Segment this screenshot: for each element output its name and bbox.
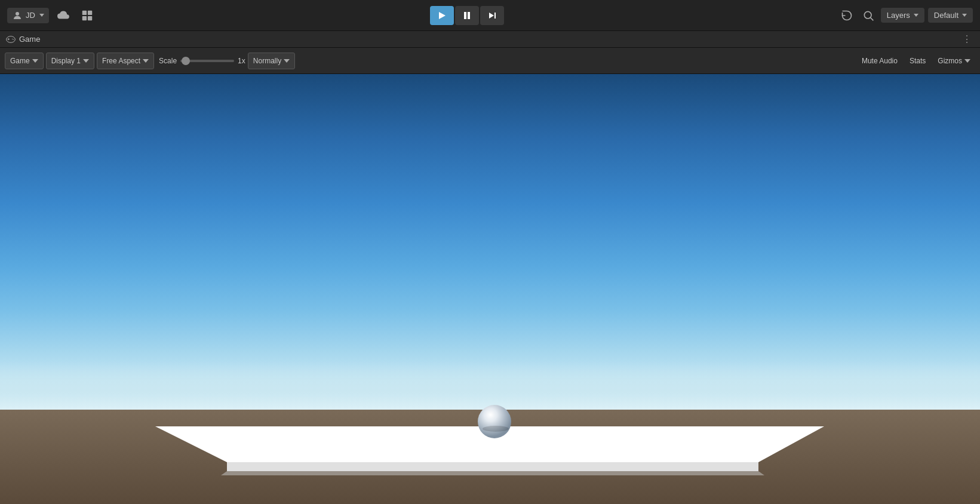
display-chevron-icon	[83, 58, 89, 64]
svg-marker-21	[964, 59, 970, 63]
ground	[0, 410, 980, 504]
aspect-dropdown[interactable]: Free Aspect	[97, 53, 154, 69]
gizmos-button[interactable]: Gizmos	[933, 54, 975, 67]
scale-value: 1x	[238, 57, 245, 65]
svg-point-15	[12, 38, 13, 39]
svg-marker-17	[32, 59, 38, 63]
history-icon	[841, 10, 853, 21]
collab-button[interactable]	[78, 6, 97, 25]
stats-label: Stats	[910, 57, 926, 65]
default-label: Default	[934, 11, 959, 20]
svg-marker-20	[284, 59, 290, 63]
gizmos-label: Gizmos	[938, 57, 962, 65]
user-label: JD	[26, 11, 35, 20]
play-icon	[437, 11, 447, 20]
scale-label: Scale	[159, 57, 177, 65]
svg-rect-3	[82, 16, 87, 20]
svg-point-10	[864, 11, 871, 19]
svg-line-11	[871, 17, 874, 20]
avatar-icon	[12, 10, 23, 21]
svg-point-12	[7, 36, 16, 42]
cloud-icon	[57, 10, 70, 21]
cloud-button[interactable]	[54, 7, 73, 24]
svg-rect-14	[8, 38, 9, 40]
svg-rect-2	[88, 10, 92, 14]
gizmos-chevron-icon	[964, 59, 970, 63]
view-mode-label: Game	[10, 57, 30, 65]
svg-point-16	[13, 39, 14, 39]
scale-slider[interactable]	[180, 60, 234, 62]
view-mode-dropdown[interactable]: Game	[5, 53, 44, 69]
play-controls	[430, 6, 504, 25]
horizon-glow	[0, 362, 980, 410]
search-button[interactable]	[859, 7, 877, 24]
view-chevron-icon	[32, 58, 38, 64]
step-button[interactable]	[480, 6, 504, 25]
display-dropdown[interactable]: Display 1	[46, 53, 94, 69]
svg-rect-7	[468, 12, 470, 19]
history-button[interactable]	[838, 7, 856, 24]
game-tab-label: Game	[19, 35, 40, 44]
play-button[interactable]	[430, 6, 454, 25]
mute-label: Mute Audio	[862, 57, 898, 65]
display-label: Display 1	[51, 57, 81, 65]
svg-marker-18	[83, 59, 89, 63]
layers-label: Layers	[887, 11, 910, 20]
more-options-button[interactable]: ⋮	[960, 33, 974, 45]
svg-point-0	[16, 12, 19, 16]
user-button[interactable]: JD	[7, 8, 49, 23]
game-controller-icon	[6, 35, 16, 44]
svg-marker-5	[439, 12, 446, 19]
pause-button[interactable]	[455, 6, 479, 25]
default-chevron-icon	[962, 14, 967, 17]
mute-audio-button[interactable]: Mute Audio	[857, 54, 902, 67]
normally-chevron-icon	[284, 58, 290, 64]
search-icon	[862, 10, 874, 21]
normally-label: Normally	[253, 57, 281, 65]
svg-rect-6	[464, 12, 466, 19]
aspect-label: Free Aspect	[102, 57, 140, 65]
svg-rect-1	[82, 10, 87, 14]
game-toolbar: Game Display 1 Free Aspect Scale 1x Norm…	[0, 48, 980, 74]
svg-rect-4	[88, 16, 92, 20]
pause-icon	[462, 11, 472, 20]
stats-button[interactable]: Stats	[905, 54, 930, 67]
scale-control: Scale 1x	[159, 57, 245, 65]
normally-dropdown[interactable]: Normally	[248, 53, 295, 69]
layers-chevron-icon	[914, 14, 918, 17]
game-viewport	[0, 74, 980, 504]
default-layout-dropdown[interactable]: Default	[928, 8, 973, 23]
game-tab[interactable]: Game	[6, 35, 40, 44]
svg-marker-8	[489, 13, 494, 19]
game-panel-header: Game ⋮	[0, 31, 980, 48]
svg-rect-9	[494, 13, 496, 19]
top-toolbar: JD	[0, 0, 980, 31]
scale-thumb	[182, 57, 190, 65]
aspect-chevron-icon	[143, 58, 149, 64]
svg-marker-19	[143, 59, 149, 63]
step-icon	[487, 11, 497, 20]
layers-dropdown[interactable]: Layers	[881, 8, 924, 23]
right-controls: Layers Default	[838, 7, 973, 24]
chevron-down-icon	[39, 14, 44, 17]
collab-icon	[81, 9, 94, 22]
